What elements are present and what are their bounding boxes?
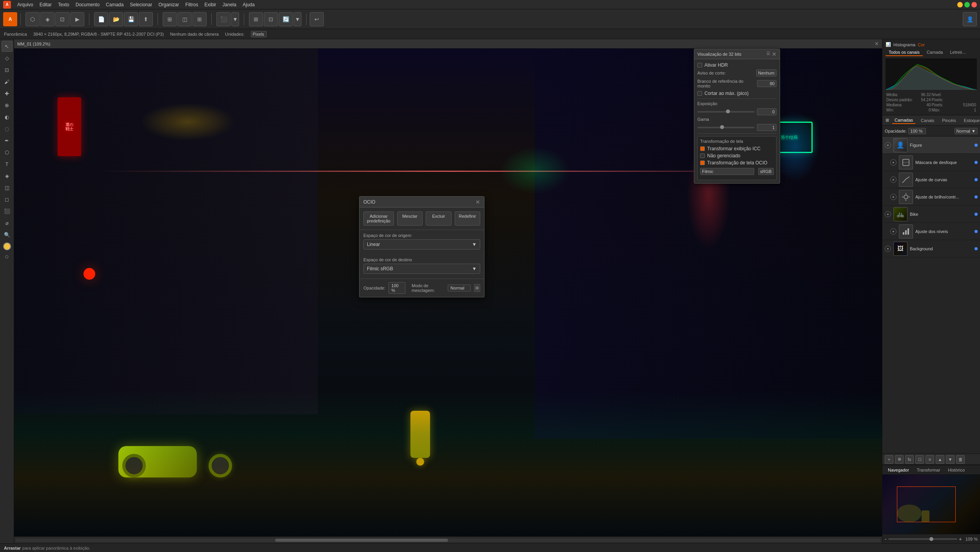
select-tool[interactable]: ⬛ [2,206,13,217]
foreground-color[interactable] [3,242,11,250]
develop-persona-btn[interactable]: ◈ [40,12,54,26]
ocio-settings-btn[interactable]: ⚙ [474,284,480,292]
grid-btn[interactable]: ⊞ [163,12,177,26]
freehand-tool[interactable]: ⌀ [2,217,13,228]
move-up-btn[interactable]: ▲ [936,455,944,464]
menu-ajuda[interactable]: Ajuda [240,1,258,8]
zoom-plus-btn[interactable]: + [959,536,962,542]
text-tool[interactable]: T [2,158,13,169]
unmanaged-checkbox[interactable] [700,153,705,158]
tab-historico[interactable]: Histórico [946,467,967,473]
mask-btn[interactable]: ◻ [915,455,924,464]
menu-editar[interactable]: Editar [36,1,55,8]
canvas-scrollbar[interactable] [14,536,882,543]
export-persona-btn[interactable]: ⊡ [55,12,69,26]
dodge-tool[interactable]: ◐ [2,111,13,122]
macro-btn[interactable]: ▶ [70,12,84,26]
ocio-src-dropdown[interactable]: Linear ▼ [363,239,480,250]
blend-mode-select[interactable]: Normal ▼ [955,128,978,134]
snap2-btn[interactable]: ⊞ [192,12,207,26]
node-tool[interactable]: ◇ [2,53,13,64]
menu-documento[interactable]: Documento [73,1,103,8]
color-picker[interactable]: ⬡ [2,251,13,262]
scroll-track[interactable] [16,539,880,542]
zoom-minus-btn[interactable]: - [885,536,887,542]
close-button[interactable] [971,2,977,7]
layer-vis-curves[interactable]: ● [890,177,897,183]
pixel-persona-btn[interactable]: ⬡ [25,12,40,26]
shape-tool[interactable]: ⬡ [2,147,13,158]
pen-tool[interactable]: ✒ [2,135,13,146]
crop-tool[interactable]: ⊡ [2,64,13,75]
snap-btn[interactable]: ◫ [178,12,192,26]
layer-vis-levels[interactable]: ● [890,228,897,235]
transform-icc-checkbox[interactable] [700,146,705,151]
tab-transformar[interactable]: Transformar [915,467,943,473]
filmic-select[interactable]: Filmic [700,168,754,175]
move-down-btn[interactable]: ▼ [946,455,955,464]
move-tool[interactable]: ↖ [2,41,13,52]
open-btn[interactable]: 📂 [109,12,123,26]
layer-bike[interactable]: ● 🚲 Bike [882,206,980,223]
layer-vis-figure[interactable]: ● [885,142,891,148]
transform2-btn[interactable]: ⊡ [264,12,278,26]
affinity-logo-btn[interactable]: A [3,12,17,26]
save-btn[interactable]: 💾 [124,12,138,26]
ocio-blend-btn[interactable]: Mesclar [397,211,423,226]
menu-texto[interactable]: Texto [55,1,73,8]
healing-tool[interactable]: ✚ [2,88,13,99]
ocio-dst-dropdown[interactable]: Filmic sRGB ▼ [363,264,480,274]
tab-pinceis[interactable]: Pincéis [940,117,958,124]
export-btn[interactable]: ⬆ [139,12,153,26]
hdr-checkbox[interactable] [697,63,702,67]
clip-warning-select[interactable]: Nenhum [756,69,777,77]
gamma-input[interactable] [757,124,777,131]
transform-dropdown-btn[interactable]: ▼ [294,12,301,26]
layer-vis-blur[interactable]: ● [890,159,897,166]
add-layer-btn[interactable]: + [885,455,893,464]
blur-tool[interactable]: ◌ [2,123,13,134]
layer-levels[interactable]: ● Ajuste dos níveis [882,223,980,240]
panel-close-btn[interactable]: ✕ [772,51,777,57]
menu-arquivo[interactable]: Arquivo [14,1,36,8]
exposure-slider[interactable] [697,111,755,113]
menu-camada[interactable]: Camada [103,1,127,8]
minimize-button[interactable] [957,2,963,7]
layer-vis-bike[interactable]: ● [885,211,891,217]
menu-exibir[interactable]: Exibir [201,1,220,8]
layer-figure[interactable]: ● 👤 Figure [882,137,980,154]
layer-blur-mask[interactable]: ● Máscara de desfoque [882,154,980,171]
menu-filtros[interactable]: Filtros [182,1,201,8]
hist-tab-all[interactable]: Todos os canais [886,49,923,56]
brush-tool[interactable]: 🖌 [2,76,13,87]
srgb-select[interactable]: sRGB [758,168,774,175]
layer-vis-brightness[interactable]: ● [890,194,897,200]
ocio-delete-btn[interactable]: Excluir [426,211,451,226]
gamma-slider[interactable] [697,127,755,128]
layer-curves[interactable]: ● Ajuste de curvas [882,171,980,188]
gradient-tool[interactable]: ◫ [2,182,13,193]
menu-janela[interactable]: Janela [220,1,240,8]
view-dropdown-btn[interactable]: ▼ [231,12,239,26]
layer-vis-bg[interactable]: ● [885,246,891,252]
layer-brightness[interactable]: ● Ajuste de brilho/contr... [882,188,980,206]
opacity-input[interactable]: 100 % [908,128,926,134]
zoom-slider[interactable] [888,538,957,540]
fx-btn[interactable]: fx [905,455,914,464]
ocio-close-btn[interactable]: ✕ [475,199,480,205]
ocio-checkbox[interactable] [700,160,705,165]
cut-max-checkbox[interactable] [697,91,702,96]
zoom-tool[interactable]: 🔍 [2,229,13,240]
tab-camadas[interactable]: Camadas [892,117,915,124]
erase-tool[interactable]: ◻ [2,194,13,205]
new-btn[interactable]: 📄 [94,12,108,26]
view-btn[interactable]: ⬛ [216,12,230,26]
transform3-btn[interactable]: 🔄 [279,12,293,26]
ocio-add-btn[interactable]: Adicionar predefinição [363,211,394,226]
scroll-thumb[interactable] [275,539,448,542]
tab-navegador[interactable]: Navegador [886,467,911,473]
layer-background[interactable]: ● 🖼 Background [882,240,980,257]
transform-btn[interactable]: ⊞ [249,12,263,26]
maximize-button[interactable] [964,2,970,7]
hist-tab-leter[interactable]: Letreir... [947,49,969,56]
